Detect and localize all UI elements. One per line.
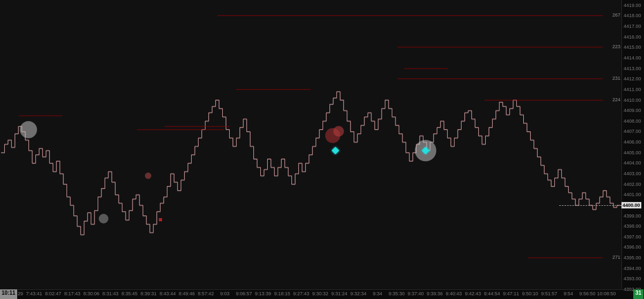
y-tick: 4411.00 [624,87,641,92]
x-tick: 9:39:36 [427,291,443,296]
bar-countdown: 31 [633,289,643,299]
x-tick: 9:50:10 [522,291,538,296]
y-tick: 4417.00 [624,24,641,29]
y-tick: 4396.00 [624,244,641,250]
y-tick: 4398.00 [624,223,641,229]
x-tick: 9:30:32 [312,291,328,296]
heat-band [485,100,603,101]
y-tick: 4413.00 [624,66,641,71]
y-tick: 4416.00 [624,34,641,40]
y-tick: 4395.00 [624,255,641,260]
x-tick: 9:06:57 [236,291,252,296]
y-tick: 4407.00 [624,129,641,134]
x-tick: 8:35:45 [121,291,137,296]
trade-marker-circle [145,173,151,179]
x-tick: 7:43:41 [26,291,42,296]
orderflow-qty: 224 [612,97,620,102]
y-tick: 4404.00 [624,160,641,166]
x-tick: 9:03 [220,291,230,296]
orderflow-qty: 271 [612,255,620,260]
heat-band [528,257,603,258]
x-tick: 9:27:43 [293,291,309,296]
orderflow-qty: 223 [612,44,620,49]
x-tick: 9:34 [373,291,383,296]
x-tick: 8:31:43 [103,291,119,296]
trade-marker-circle [333,126,344,137]
x-tick: 9:13:39 [255,291,271,296]
y-tick: 4401.00 [624,192,641,197]
heat-band [398,47,603,48]
x-tick: 9:31:24 [331,291,347,296]
heat-band [19,115,62,116]
heat-band [398,78,603,79]
heat-band [217,15,603,16]
x-tick: 9:32:34 [350,291,367,296]
heat-band [137,129,224,130]
x-tick: 9:44:54 [484,291,500,296]
heat-band [236,89,311,90]
orderflow-qty: 231 [612,76,620,81]
x-tick: 9:47:11 [503,291,519,296]
x-tick: 8:49:46 [179,291,195,296]
y-tick: 4418.00 [624,13,641,18]
price-plot-svg [0,0,621,289]
y-tick: 4409.00 [624,108,641,113]
x-tick: 9:54 [564,291,573,296]
heat-band [165,126,230,127]
y-tick: 4393.00 [624,276,641,281]
x-tick: 9:35:30 [389,291,405,296]
y-tick: 4397.00 [624,234,641,240]
x-tick: 8:17:43 [64,291,80,296]
x-tick: 8:57:42 [197,291,214,296]
y-tick: 4415.00 [624,44,641,50]
heat-band [404,68,448,69]
x-tick: 8:39:31 [141,291,157,296]
x-axis: 7:19:297:43:418:02:478:17:438:30:068:31:… [0,289,644,299]
x-tick: 8:30:06 [83,291,99,296]
y-tick: 4399.00 [624,213,641,219]
x-tick: 9:18:15 [274,291,290,296]
orderflow-qty: 267 [612,12,620,18]
trade-marker-circle [20,121,37,138]
y-axis: 4392.004393.004394.004395.004396.004397.… [621,0,644,289]
y-tick: 4402.00 [624,182,641,187]
trade-marker-circle [99,214,108,223]
x-tick: 9:37:40 [408,291,424,296]
x-tick: 9:51:57 [541,291,557,296]
y-tick: 4403.00 [624,171,641,176]
trade-marker-square [159,218,162,221]
y-tick: 4405.00 [624,150,641,155]
x-tick: 8:43:44 [159,291,175,296]
y-tick: 4410.00 [624,98,641,103]
y-tick: 4408.00 [624,118,641,124]
y-tick: 4406.00 [624,139,641,145]
clock-box: 10:11 [0,289,17,299]
y-tick: 4394.00 [624,266,641,271]
y-tick: 4419.00 [624,3,641,8]
x-tick: 10:08:50 [597,291,616,296]
y-tick: 4414.00 [624,55,641,61]
x-tick: 8:02:47 [45,291,61,296]
last-price-label: 4400.00 [621,202,641,208]
x-tick: 9:56:50 [579,291,595,296]
last-price-line [559,205,621,206]
price-chart-area[interactable] [0,0,621,289]
x-tick: 9:40:43 [446,291,462,296]
x-tick: 9:42:43 [465,291,481,296]
y-tick: 4412.00 [624,76,641,81]
